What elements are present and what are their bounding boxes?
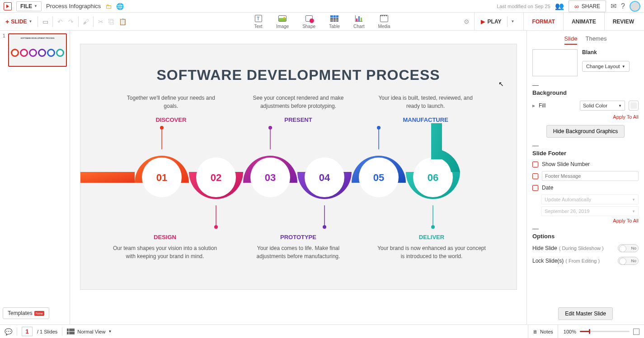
- file-label: FILE: [20, 3, 32, 9]
- hide-slide-label: Hide Slide: [532, 245, 557, 251]
- section-background: Background: [532, 89, 639, 96]
- change-layout-button[interactable]: Change Layout▼: [582, 61, 630, 72]
- play-button[interactable]: ▶ PLAY ▼: [474, 13, 519, 31]
- tab-review[interactable]: REVIEW: [605, 13, 642, 31]
- footer-message-input[interactable]: [542, 171, 639, 181]
- insert-media-button[interactable]: Media: [378, 14, 390, 29]
- chevron-down-icon: ▼: [34, 4, 38, 8]
- cut-icon[interactable]: ✂: [95, 16, 106, 27]
- redo-icon[interactable]: ↷: [66, 16, 76, 27]
- last-modified-label: Last modified on Sep 25: [497, 4, 550, 9]
- copy-icon[interactable]: ⿻: [106, 16, 117, 27]
- user-avatar[interactable]: [630, 1, 640, 12]
- zoom-slider[interactable]: [580, 331, 630, 332]
- stage-desc-present: See your concept rendered and make adjus…: [249, 94, 348, 110]
- stage-desc-design: Our team shapes your vision into a solut…: [111, 244, 219, 260]
- add-slide-button[interactable]: + SLIDE ▼: [2, 16, 36, 27]
- fit-to-screen-icon[interactable]: [633, 329, 639, 335]
- document-title[interactable]: Process Infographics: [46, 3, 101, 9]
- help-icon[interactable]: ?: [621, 2, 625, 10]
- share-icon: ∞: [574, 3, 579, 10]
- layout-view-icon[interactable]: ▭: [40, 16, 51, 27]
- paste-icon[interactable]: 📋: [117, 16, 128, 27]
- date-value-select[interactable]: September 26, 2019▼: [541, 206, 639, 216]
- collaborators-icon[interactable]: 👥: [555, 2, 564, 10]
- shape-icon: [306, 15, 313, 22]
- show-slide-number-label: Show Slide Number: [542, 161, 590, 167]
- app-logo-icon[interactable]: [4, 2, 12, 10]
- stage-desc-deliver: Your brand is now enhanced as your conce…: [377, 244, 486, 260]
- checkbox-show-slide-number[interactable]: [532, 162, 538, 167]
- zoom-value: 100%: [564, 329, 576, 334]
- fill-type-select[interactable]: Solid Color▼: [580, 101, 625, 111]
- insert-image-button[interactable]: Image: [276, 14, 289, 29]
- svg-point-23: [431, 225, 435, 229]
- svg-text:02: 02: [210, 172, 221, 183]
- caret-right-icon[interactable]: ▶: [532, 104, 535, 108]
- globe-icon[interactable]: 🌐: [116, 3, 124, 10]
- gear-icon[interactable]: ⚙: [464, 18, 470, 25]
- mouse-cursor-icon: ↖: [498, 80, 504, 88]
- slide-title: SOFTWARE DEVELOPMENT PROCESS: [80, 44, 517, 83]
- svg-text:03: 03: [264, 172, 275, 183]
- subtab-slide[interactable]: Slide: [564, 35, 578, 45]
- layout-preview: [532, 49, 578, 76]
- chevron-down-icon: ▼: [511, 19, 515, 23]
- checkbox-date[interactable]: [532, 185, 538, 191]
- canvas-area[interactable]: SOFTWARE DEVELOPMENT PROCESS Together we…: [70, 31, 526, 324]
- current-page-input[interactable]: [22, 327, 33, 336]
- insert-table-button[interactable]: Table: [329, 14, 340, 29]
- apply-to-all-footer[interactable]: Apply To All: [532, 218, 639, 223]
- subtab-themes[interactable]: Themes: [585, 35, 606, 45]
- toggle-hide-slide[interactable]: No: [618, 244, 639, 252]
- plus-icon: +: [5, 18, 9, 25]
- file-menu-button[interactable]: FILE ▼: [16, 1, 42, 11]
- comment-icon[interactable]: 💬: [5, 328, 12, 335]
- tab-format[interactable]: FORMAT: [524, 13, 563, 31]
- thumbnail-number: 1: [3, 33, 6, 67]
- stage-label-present: PRESENT: [249, 116, 348, 123]
- svg-point-15: [323, 225, 326, 229]
- insert-text-button[interactable]: TText: [254, 14, 263, 29]
- apply-to-all-bg[interactable]: Apply To All: [532, 114, 639, 120]
- chart-icon: [355, 15, 362, 22]
- insert-chart-button[interactable]: Chart: [353, 14, 364, 29]
- undo-icon[interactable]: ↶: [55, 16, 66, 27]
- checkbox-footer-message[interactable]: [532, 173, 538, 179]
- toggle-lock-slide[interactable]: No: [618, 257, 639, 265]
- svg-text:01: 01: [156, 172, 167, 183]
- view-mode-select[interactable]: Normal View ▼: [67, 329, 112, 334]
- format-panel: Slide Themes Blank Change Layout▼ Backgr…: [526, 31, 644, 324]
- share-button[interactable]: ∞ SHARE: [569, 0, 606, 12]
- mail-icon[interactable]: ✉: [611, 2, 616, 10]
- format-painter-icon[interactable]: 🖌: [80, 16, 91, 27]
- notes-icon: 🗎: [533, 329, 538, 334]
- edit-master-slide-button[interactable]: Edit Master Slide: [558, 307, 613, 320]
- table-icon: [330, 15, 338, 22]
- stage-desc-discover: Together we'll define your needs and goa…: [121, 94, 221, 110]
- svg-text:06: 06: [427, 172, 438, 183]
- slide-thumbnail-1[interactable]: SOFTWARE DEVELOPMENT PROCESS: [8, 33, 67, 67]
- folder-icon[interactable]: 🗀: [105, 3, 112, 10]
- lock-slide-sublabel: ( From Editing ): [565, 258, 600, 264]
- svg-point-7: [214, 225, 218, 229]
- svg-point-11: [268, 126, 272, 130]
- insert-shape-button[interactable]: Shape: [302, 14, 315, 29]
- hide-background-graphics-button[interactable]: Hide Background Graphics: [546, 125, 625, 138]
- templates-button[interactable]: Templates New: [3, 307, 49, 319]
- stage-desc-prototype: Your idea comes to life. Make final adju…: [244, 244, 353, 260]
- fill-label: Fill: [539, 102, 545, 109]
- new-badge: New: [34, 311, 44, 316]
- lock-slide-label: Lock Slide(s): [532, 258, 564, 264]
- notes-button[interactable]: 🗎 Notes: [528, 325, 558, 338]
- stage-label-discover: DISCOVER: [121, 116, 221, 123]
- stage-label-prototype: PROTOTYPE: [244, 234, 353, 241]
- tab-animate[interactable]: ANIMATE: [564, 13, 605, 31]
- share-label: SHARE: [582, 3, 600, 9]
- slide-canvas[interactable]: SOFTWARE DEVELOPMENT PROCESS Together we…: [80, 44, 517, 289]
- fill-color-chip[interactable]: [629, 101, 639, 111]
- text-icon: T: [254, 15, 262, 22]
- date-mode-select[interactable]: Update Automatically▼: [541, 194, 639, 204]
- slide-thumbnail-panel: 1 SOFTWARE DEVELOPMENT PROCESS Templates…: [0, 31, 70, 324]
- media-icon: [380, 15, 388, 22]
